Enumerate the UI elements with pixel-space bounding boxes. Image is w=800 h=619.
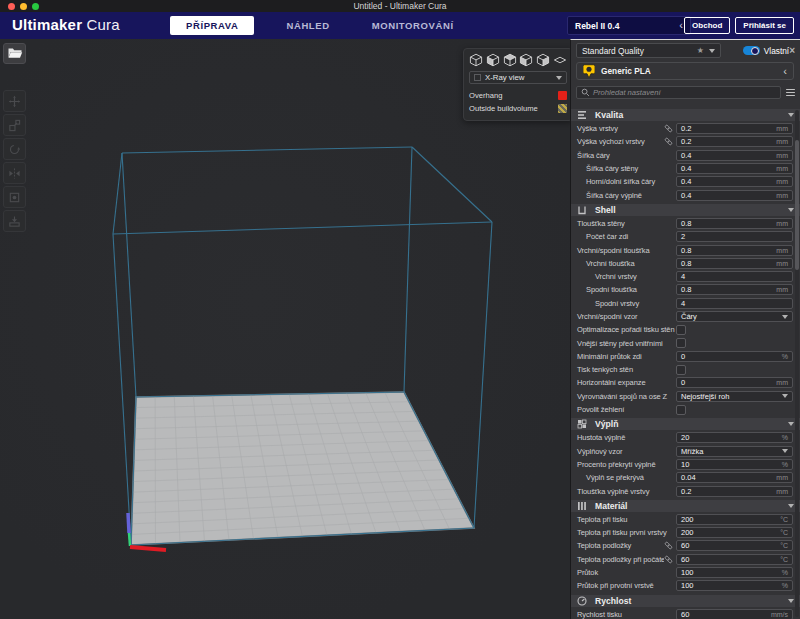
scale-tool-button[interactable]	[3, 114, 26, 136]
setting-dropdown[interactable]: Čáry	[676, 311, 793, 322]
material-name: Generic PLA	[601, 66, 783, 76]
setting-input[interactable]: 0.4mm	[676, 176, 793, 187]
setting-input[interactable]: 2	[676, 231, 793, 242]
scrollbar-thumb[interactable]	[795, 140, 799, 270]
setting-value: 4	[681, 272, 685, 281]
stage-tab-příprava[interactable]: PŘÍPRAVA	[170, 16, 254, 35]
setting-input[interactable]: 20%	[676, 432, 793, 443]
camera-view-buttons	[469, 53, 567, 67]
setting-input[interactable]: 0.2mm	[676, 123, 793, 134]
view-mode-icon	[474, 74, 481, 81]
setting-input[interactable]: 0.2mm	[676, 486, 793, 497]
setting-input[interactable]: 0.04mm	[676, 472, 793, 483]
setting-row: Procento překrytí výplně10%	[571, 458, 800, 471]
stage-tab-náhled[interactable]: NÁHLED	[276, 16, 339, 35]
close-window-button[interactable]	[8, 3, 15, 10]
setting-row: Minimální průtok zdi0%	[571, 350, 800, 363]
view-front-button[interactable]	[486, 53, 500, 67]
view-mode-dropdown[interactable]: X-Ray view	[469, 71, 567, 84]
setting-input[interactable]: 60°C	[676, 554, 793, 565]
setting-label: Výška vrstvy	[571, 124, 664, 133]
chevron-down-icon	[788, 208, 794, 212]
material-badge-icon	[583, 64, 595, 79]
setting-value: 0	[681, 378, 685, 387]
setting-input[interactable]: 0.8mm	[676, 245, 793, 256]
setting-checkbox[interactable]	[676, 405, 686, 415]
view-left-icon	[519, 53, 533, 67]
section-header-shell[interactable]: Shell	[571, 204, 800, 216]
setting-dropdown[interactable]: Mřížka	[676, 446, 793, 457]
printer-selector-button[interactable]: Rebel II 0.4 ‹	[567, 16, 691, 35]
setting-input[interactable]: 0.4mm	[676, 163, 793, 174]
setting-input[interactable]: 100%	[676, 580, 793, 591]
setting-input[interactable]: 200°C	[676, 527, 793, 538]
setting-input[interactable]: 0.4mm	[676, 150, 793, 161]
view-left-button[interactable]	[519, 53, 533, 67]
setting-value: 200	[681, 528, 694, 537]
setting-dropdown[interactable]: Nejostřejší roh	[676, 391, 793, 402]
section-header-kvalita[interactable]: Kvalita	[571, 109, 800, 121]
minimize-window-button[interactable]	[20, 3, 27, 10]
section-header-materiál[interactable]: Materiál	[571, 500, 800, 512]
setting-input[interactable]: 200°C	[676, 514, 793, 525]
rotate-tool-button[interactable]	[3, 138, 26, 160]
setting-unit: %	[782, 434, 788, 441]
extruder-material-tab[interactable]: Generic PLA ‹	[576, 62, 794, 80]
setting-checkbox[interactable]	[676, 338, 686, 348]
setting-input[interactable]: 10%	[676, 459, 793, 470]
per-model-settings-tool-button[interactable]	[3, 186, 26, 208]
setting-checkbox[interactable]	[676, 325, 686, 335]
setting-input[interactable]: 0.2mm	[676, 136, 793, 147]
setting-input[interactable]: 4	[676, 271, 793, 282]
sign-in-button[interactable]: Přihlásit se	[735, 17, 794, 34]
setting-input[interactable]: 100%	[676, 567, 793, 578]
mirror-tool-button[interactable]	[3, 162, 26, 184]
setting-value: 60	[681, 555, 689, 564]
setting-input[interactable]: 4	[676, 298, 793, 309]
setting-unit: mm	[776, 192, 788, 199]
setting-row: Teplota podložky při počáteční vrstvě60°…	[571, 553, 800, 566]
custom-mode-toggle[interactable]	[743, 46, 760, 55]
setting-row: Výška výchozí vrstvy0.2mm	[571, 135, 800, 148]
move-tool-button[interactable]	[3, 90, 26, 112]
setting-label: Teplota při tisku	[571, 515, 676, 524]
section-header-rychlost[interactable]: Rychlost	[571, 595, 800, 607]
rotate-tool-icon	[8, 143, 21, 156]
setting-input[interactable]: 0%	[676, 351, 793, 362]
setting-input[interactable]: 0.4mm	[676, 190, 793, 201]
maximize-window-button[interactable]	[32, 3, 39, 10]
close-panel-icon[interactable]: ×	[789, 46, 795, 56]
setting-checkbox[interactable]	[676, 365, 686, 375]
setting-unit: mm	[776, 178, 788, 185]
view-bottom-button[interactable]	[553, 53, 567, 67]
settings-menu-icon[interactable]	[786, 89, 795, 97]
setting-input[interactable]: 0.8mm	[676, 284, 793, 295]
search-settings-input[interactable]: Prohledat nastavení	[576, 86, 781, 99]
setting-input[interactable]: 0mm	[676, 377, 793, 388]
3d-viewport[interactable]: X-Ray view OverhangOutside buildvolume	[0, 39, 570, 619]
view-3d-icon	[469, 53, 483, 67]
setting-value: Nejostřejší roh	[681, 392, 729, 401]
setting-input[interactable]: 60°C	[676, 540, 793, 551]
view-top-button[interactable]	[503, 53, 517, 67]
marketplace-button[interactable]: Obchod	[684, 17, 730, 34]
section-header-výplň[interactable]: Výplň	[571, 418, 800, 430]
stage-tab-monitorování[interactable]: MONITOROVÁNÍ	[362, 16, 464, 35]
support-blocker-tool-button[interactable]	[3, 210, 26, 232]
quality-preset-dropdown[interactable]: Standard Quality ★	[576, 43, 721, 58]
settings-scrollbar[interactable]	[795, 110, 799, 617]
setting-input[interactable]: 0.8mm	[676, 218, 793, 229]
setting-label: Vrchní/spodní tloušťka	[571, 246, 676, 255]
setting-value: 100	[681, 568, 694, 577]
setting-value: 0.8	[681, 259, 691, 268]
view-3d-button[interactable]	[469, 53, 483, 67]
setting-label: Spodní tloušťka	[571, 285, 676, 294]
setting-value: 0.4	[681, 177, 691, 186]
setting-value: Čáry	[681, 312, 697, 321]
setting-input[interactable]: 60mm/s	[676, 609, 793, 619]
view-right-button[interactable]	[536, 53, 550, 67]
setting-input[interactable]: 0.8mm	[676, 258, 793, 269]
section-label: Materiál	[595, 501, 788, 511]
infill-icon	[577, 419, 587, 429]
open-file-button[interactable]	[3, 43, 26, 64]
